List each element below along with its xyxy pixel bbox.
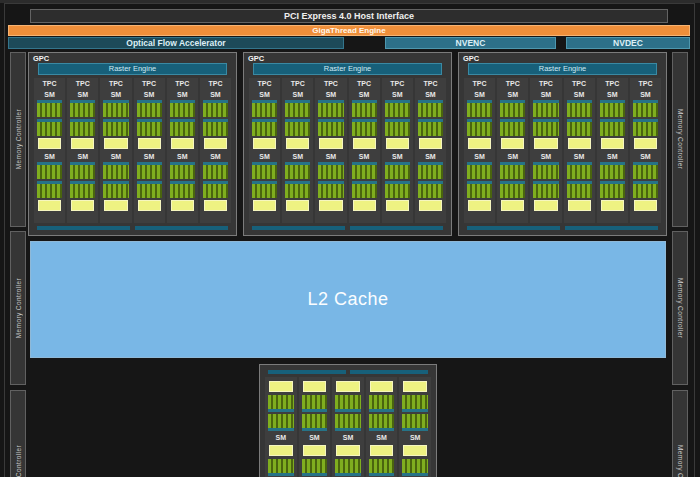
core-stripes <box>600 122 625 136</box>
core-stripes <box>600 103 625 117</box>
l2-cache-block: L2 Cache <box>30 241 666 358</box>
cache-bar <box>419 138 442 149</box>
cuda-core-block <box>500 162 525 179</box>
tpc-column: TPCSMSM <box>597 78 628 223</box>
sm-label: SM <box>249 152 280 162</box>
core-stripes <box>418 122 443 136</box>
raster-engine-bar: Raster Engine <box>468 63 657 75</box>
cuda-core-block <box>318 181 343 198</box>
nvdec-block: NVDEC <box>566 37 690 49</box>
core-stripes <box>137 165 162 179</box>
core-stripes <box>352 184 377 198</box>
core-stripes <box>268 395 294 409</box>
core-stripes <box>203 184 228 198</box>
tpc-label: TPC <box>530 80 561 89</box>
cuda-core-block <box>600 119 625 136</box>
tpc-column: SMSMTPC <box>299 377 331 477</box>
sm-unit: SM <box>349 90 380 149</box>
cache-bar <box>336 445 360 456</box>
sm-unit: SM <box>597 90 628 149</box>
cuda-core-block <box>37 119 62 136</box>
cuda-core-block <box>103 162 128 179</box>
cuda-core-block <box>318 119 343 136</box>
tpc-column: TPCSMSM <box>34 78 65 223</box>
cuda-core-block <box>302 459 328 476</box>
core-stripes <box>203 122 228 136</box>
cuda-core-block <box>467 181 492 198</box>
sm-unit: SM <box>366 381 398 443</box>
core-stripes <box>500 165 525 179</box>
tpc-column: SMSMTPC <box>399 377 431 477</box>
sm-unit: SM <box>597 152 628 211</box>
rop-bar <box>268 370 346 374</box>
cuda-core-block <box>170 119 195 136</box>
cache-bar <box>403 381 427 392</box>
sm-unit: SM <box>382 90 413 149</box>
core-stripes <box>37 103 62 117</box>
core-stripes <box>402 395 428 409</box>
gpc-block: GPCRaster EngineTPCSMSMTPCSMSMTPCSMSMTPC… <box>28 52 237 236</box>
cuda-core-block <box>418 100 443 117</box>
tpc-column: TPCSMSM <box>134 78 165 223</box>
sm-unit: SM <box>349 152 380 211</box>
sm-unit: SM <box>167 152 198 211</box>
core-stripes <box>252 103 277 117</box>
tpc-label: TPC <box>282 80 313 89</box>
sm-unit: SM <box>497 90 528 149</box>
sm-unit: SM <box>415 90 446 149</box>
core-stripes <box>103 103 128 117</box>
cache-bar <box>353 200 376 211</box>
core-stripes <box>170 103 195 117</box>
cache-bar <box>286 138 309 149</box>
core-stripes <box>369 395 395 409</box>
raster-engine-bar: Raster Engine <box>38 63 227 75</box>
tpc-column: TPCSMSM <box>630 78 661 223</box>
cuda-core-block <box>533 181 558 198</box>
cuda-core-block <box>369 414 395 431</box>
core-stripes <box>385 165 410 179</box>
core-stripes <box>402 459 428 473</box>
scheduler-bar <box>268 428 294 431</box>
cache-bar <box>634 200 657 211</box>
sm-label: SM <box>415 90 446 100</box>
core-stripes <box>633 122 658 136</box>
cuda-core-block <box>500 100 525 117</box>
core-stripes <box>318 122 343 136</box>
core-stripes <box>467 165 492 179</box>
sm-unit: SM <box>249 152 280 211</box>
cache-bar <box>319 138 342 149</box>
sm-unit: SM <box>497 152 528 211</box>
cuda-core-block <box>285 119 310 136</box>
cuda-core-block <box>633 181 658 198</box>
cuda-core-block <box>252 162 277 179</box>
cuda-core-block <box>567 181 592 198</box>
cuda-core-block <box>268 459 294 476</box>
cache-bar <box>138 138 161 149</box>
cuda-core-block <box>103 100 128 117</box>
sm-unit: SM <box>299 381 331 443</box>
tpc-area: SMSMTPCSMSMTPCSMSMTPCSMSMTPCSMSMTPC <box>265 377 431 477</box>
cache-bar <box>386 200 409 211</box>
cuda-core-block <box>633 119 658 136</box>
cuda-core-block <box>37 181 62 198</box>
cache-bar <box>419 200 442 211</box>
sm-unit: SM <box>167 90 198 149</box>
cache-bar <box>204 200 227 211</box>
core-stripes <box>467 122 492 136</box>
cache-bar <box>269 381 293 392</box>
sm-unit: SM <box>67 90 98 149</box>
sm-label: SM <box>67 90 98 100</box>
tpc-column: TPCSMSM <box>382 78 413 223</box>
core-stripes <box>285 165 310 179</box>
cache-bar <box>71 200 94 211</box>
cuda-core-block <box>70 181 95 198</box>
cache-bar <box>534 200 557 211</box>
cuda-core-block <box>252 119 277 136</box>
sm-unit: SM <box>382 152 413 211</box>
core-stripes <box>37 165 62 179</box>
cache-bar <box>204 138 227 149</box>
scheduler-bar <box>369 473 395 476</box>
tpc-column: TPCSMSM <box>415 78 446 223</box>
tpc-column: TPCSMSM <box>497 78 528 223</box>
cache-bar <box>253 138 276 149</box>
